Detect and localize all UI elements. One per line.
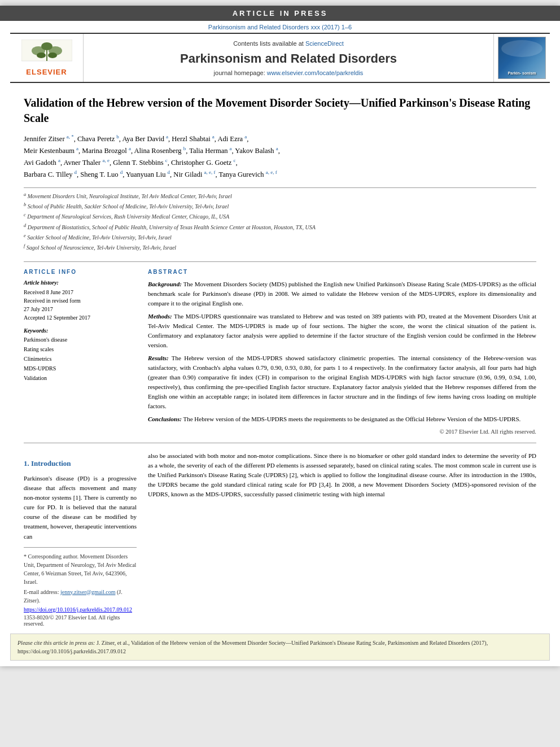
journal-cover-image: Parkin- sonism: [498, 37, 546, 79]
banner-text: ARTICLE IN PRESS: [233, 9, 328, 18]
affiliations: a Movement Disorders Unit, Neurological …: [24, 187, 536, 252]
article-info-header: ARTICLE INFO: [24, 269, 137, 275]
svg-point-5: [37, 53, 46, 58]
journal-cover-section: Parkin- sonism: [493, 34, 550, 82]
results-text: The Hebrew version of the MDS-UPDRS show…: [148, 355, 536, 409]
journal-title-main: Parkinsonism and Related Disorders: [180, 51, 397, 66]
elsevier-logo-section: ELSEVIER: [10, 34, 84, 82]
results-label: Results:: [148, 355, 169, 361]
background-text: The Movement Disorders Society (MDS) pub…: [148, 281, 536, 307]
homepage-url[interactable]: www.elsevier.com/locate/parkreldis: [267, 69, 364, 76]
abstract-column: ABSTRACT Background: The Movement Disord…: [148, 269, 536, 435]
abstract-results: Results: The Hebrew version of the MDS-U…: [148, 353, 536, 411]
corresponding-author-note: * Corresponding author. Movement Disorde…: [24, 552, 137, 586]
keywords-label: Keywords:: [24, 327, 137, 334]
sciencedirect-prefix: Contents lists available at: [233, 40, 304, 47]
intro-section-title: 1. Introduction: [24, 459, 137, 468]
footnote-section: * Corresponding author. Movement Disorde…: [24, 547, 137, 627]
intro-left: 1. Introduction Parkinson's disease (PD)…: [24, 451, 137, 626]
email-link[interactable]: jenny.zitser@gmail.com: [60, 589, 115, 595]
abstract-text: Background: The Movement Disorders Socie…: [148, 279, 536, 425]
elsevier-wordmark: ELSEVIER: [26, 68, 67, 76]
journal-header: ELSEVIER Contents lists available at Sci…: [10, 33, 550, 83]
history-label: Article history:: [24, 279, 137, 286]
section-divider: [24, 443, 536, 443]
journal-header-center: Contents lists available at ScienceDirec…: [84, 34, 493, 82]
issn-line: 1353-8020/© 2017 Elsevier Ltd. All right…: [24, 614, 137, 627]
affil-b: b School of Public Health, Sackler Schoo…: [24, 202, 536, 211]
abstract-header: ABSTRACT: [148, 269, 536, 275]
abstract-background: Background: The Movement Disorders Socie…: [148, 279, 536, 308]
journal-homepage-line: journal homepage: www.elsevier.com/locat…: [214, 69, 364, 76]
doi-line[interactable]: https://doi.org/10.1016/j.parkreldis.201…: [24, 606, 137, 613]
keywords-list: Parkinson's disease Rating scales Clinim…: [24, 335, 137, 383]
affil-c: c Department of Neurological Services, R…: [24, 212, 536, 221]
affil-a: a Movement Disorders Unit, Neurological …: [24, 191, 536, 200]
article-title: Validation of the Hebrew version of the …: [24, 95, 536, 126]
cover-title-text: Parkin- sonism: [508, 71, 536, 76]
intro-right-text: also be associated with both motor and n…: [148, 451, 536, 499]
revised-date: Received in revised form27 July 2017: [24, 296, 137, 313]
email-note: E-mail address: jenny.zitser@gmail.com (…: [24, 588, 137, 605]
methods-text: The MDS-UPDRS questionnaire was translat…: [148, 313, 536, 348]
affil-f: f Sagol School of Neuroscience, Tel-Aviv…: [24, 243, 536, 252]
methods-label: Methods:: [148, 313, 172, 320]
conclusions-text: The Hebrew version of the MDS-UPDRS meet…: [183, 416, 520, 422]
affil-e: e Sackler School of Medicine, Tel-Aviv U…: [24, 233, 536, 242]
introduction-section: 1. Introduction Parkinson's disease (PD)…: [24, 451, 536, 626]
authors-line: Jennifer Zitser a, *, Chava Peretz b, Ay…: [24, 133, 536, 181]
affil-d: d Department of Biostatistics, School of…: [24, 222, 536, 231]
received-date: Received 8 June 2017: [24, 288, 137, 296]
doi-link[interactable]: https://doi.org/10.1016/j.parkreldis.201…: [24, 606, 132, 613]
homepage-prefix: journal homepage:: [214, 69, 265, 76]
page: ARTICLE IN PRESS Parkinsonism and Relate…: [0, 6, 560, 666]
svg-point-4: [41, 42, 53, 50]
abstract-methods: Methods: The MDS-UPDRS questionnaire was…: [148, 312, 536, 350]
email-label: E-mail address:: [24, 589, 59, 595]
journal-ref-text: Parkinsonism and Related Disorders xxx (…: [208, 24, 352, 30]
copyright-line: © 2017 Elsevier Ltd. All rights reserved…: [148, 429, 536, 435]
article-content: Validation of the Hebrew version of the …: [0, 95, 560, 627]
accepted-date: Accepted 12 September 2017: [24, 313, 137, 322]
conclusions-label: Conclusions:: [148, 416, 182, 422]
svg-point-6: [48, 53, 57, 58]
journal-ref-line: Parkinsonism and Related Disorders xxx (…: [0, 21, 560, 33]
sciencedirect-line: Contents lists available at ScienceDirec…: [233, 40, 344, 47]
citation-bar: Please cite this article in press as: J.…: [10, 634, 550, 661]
article-in-press-banner: ARTICLE IN PRESS: [0, 6, 560, 21]
abstract-conclusions: Conclusions: The Hebrew version of the M…: [148, 414, 536, 424]
info-abstract-section: ARTICLE INFO Article history: Received 8…: [24, 261, 536, 435]
sciencedirect-label[interactable]: ScienceDirect: [305, 40, 344, 47]
article-info-column: ARTICLE INFO Article history: Received 8…: [24, 269, 137, 435]
elsevier-tree-svg: [21, 40, 72, 68]
background-label: Background:: [148, 281, 182, 287]
intro-right: also be associated with both motor and n…: [148, 451, 536, 626]
intro-left-text: Parkinson's disease (PD) is a progressiv…: [24, 474, 137, 541]
